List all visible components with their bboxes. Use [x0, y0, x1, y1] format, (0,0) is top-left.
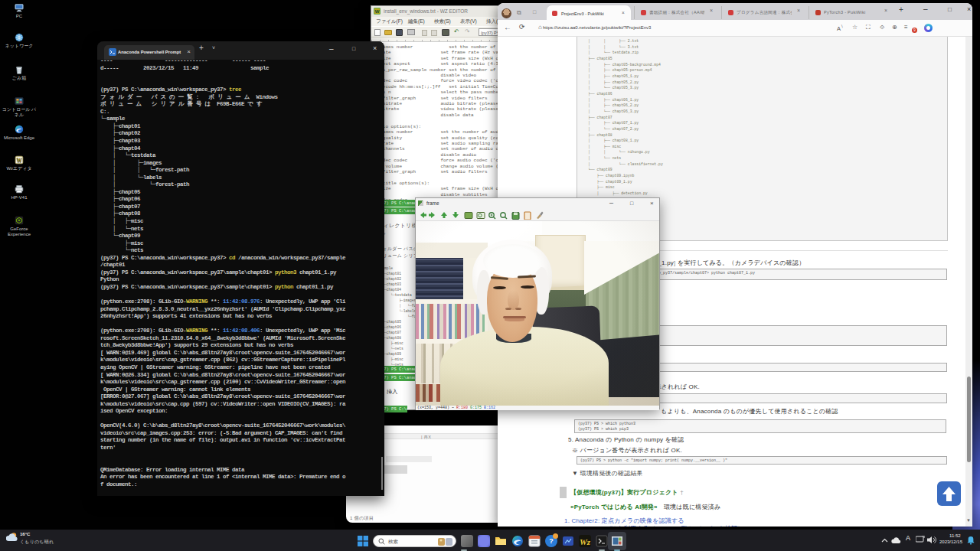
svg-text:W: W — [16, 158, 22, 164]
svg-text:Wz: Wz — [580, 537, 591, 546]
